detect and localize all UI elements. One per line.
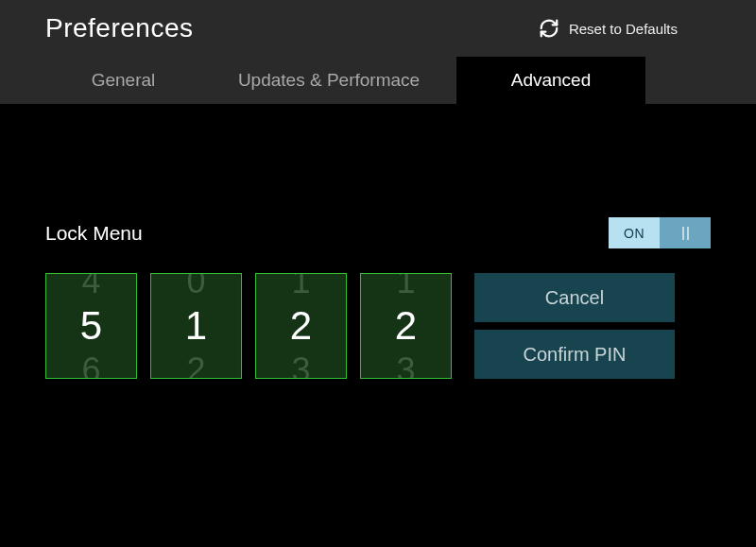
lock-menu-label: Lock Menu — [45, 222, 143, 245]
toggle-on-label: ON — [609, 217, 660, 248]
confirm-pin-button[interactable]: Confirm PIN — [474, 330, 675, 379]
reset-icon — [539, 18, 559, 39]
pin-digit-below: 3 — [256, 353, 346, 379]
page-title: Preferences — [45, 13, 193, 43]
pin-action-buttons: Cancel Confirm PIN — [474, 273, 675, 379]
pin-digit-4[interactable]: 1 2 3 — [360, 273, 452, 379]
tab-bar: General Updates & Performace Advanced — [0, 57, 756, 104]
pin-entry-area: 4 5 6 0 1 2 1 2 3 1 2 3 Cancel Confirm P… — [45, 273, 711, 379]
pin-digit-above: 4 — [46, 273, 136, 299]
pin-digit-below: 6 — [46, 353, 136, 379]
close-button[interactable] — [720, 16, 728, 41]
lock-menu-toggle[interactable]: ON — [609, 217, 711, 248]
reset-defaults-label: Reset to Defaults — [569, 21, 678, 37]
pin-digit-above: 0 — [151, 273, 241, 299]
tab-updates-performance[interactable]: Updates & Performace — [201, 57, 456, 104]
pin-digit-2[interactable]: 0 1 2 — [150, 273, 242, 379]
lock-menu-row: Lock Menu ON — [45, 217, 711, 248]
header-bar: Preferences Reset to Defaults — [0, 0, 756, 57]
pin-digit-3[interactable]: 1 2 3 — [255, 273, 347, 379]
pin-digit-1[interactable]: 4 5 6 — [45, 273, 137, 379]
toggle-handle-icon — [660, 217, 711, 248]
tab-advanced[interactable]: Advanced — [456, 57, 645, 104]
content-area: Lock Menu ON 4 5 6 0 1 2 1 2 3 1 2 3 — [0, 104, 756, 379]
pin-digit-below: 2 — [151, 353, 241, 379]
pin-digit-value: 2 — [395, 306, 417, 346]
reset-defaults-button[interactable]: Reset to Defaults — [539, 18, 678, 39]
tab-general[interactable]: General — [45, 57, 201, 104]
pin-digit-above: 1 — [256, 273, 346, 299]
pin-digit-above: 1 — [361, 273, 451, 299]
pin-digit-value: 5 — [80, 306, 102, 346]
pin-digit-below: 3 — [361, 353, 451, 379]
cancel-button[interactable]: Cancel — [474, 273, 675, 322]
pin-digit-value: 2 — [290, 306, 312, 346]
pin-digit-value: 1 — [185, 306, 207, 346]
